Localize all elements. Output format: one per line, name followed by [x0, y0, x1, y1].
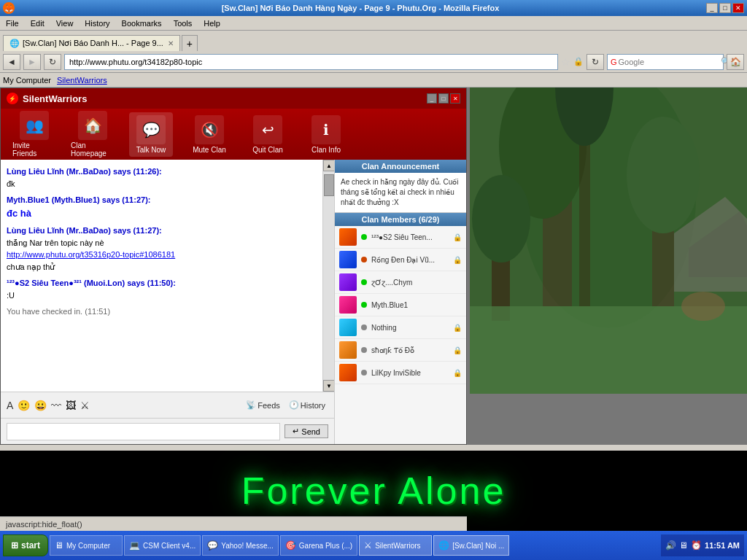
sender-link-3[interactable]: Mr..BaDao — [69, 226, 109, 235]
garena-close-button[interactable]: ✕ — [450, 93, 460, 104]
clan-info-button[interactable]: ℹ Clan Info — [304, 115, 348, 154]
status-indicator — [361, 234, 367, 240]
back-button[interactable]: ◄ — [3, 54, 20, 70]
tab-label: [Sw.Clan] Nơi Báo Danh H... - Page 9... — [23, 39, 163, 48]
garena-title: SilentWarriors — [23, 93, 87, 104]
taskbar-item-csm[interactable]: 💻 CSM Client v4... — [124, 535, 201, 556]
mute-clan-button[interactable]: 🔇 Mute Clan — [187, 115, 231, 154]
chat-sender-3[interactable]: Lùng Liêu Lĩnh (Mr..BaDao) says (11:27): — [7, 226, 162, 235]
silent-warriors-tab[interactable]: SilentWarriors — [57, 76, 107, 85]
chat-input-field[interactable] — [7, 423, 280, 440]
firefox-icon: 🦊 — [3, 2, 15, 14]
member-item[interactable]: LilKpy InviSible 🔒 — [335, 362, 466, 384]
avatar — [339, 319, 357, 336]
menu-view[interactable]: View — [53, 18, 77, 29]
chat-text-4: :U — [7, 291, 15, 300]
taskbar-item-yahoo[interactable]: 💬 Yahoo! Messe... — [202, 535, 279, 556]
nudge-button[interactable]: 〰 — [51, 400, 61, 411]
chat-panel: Lùng Liêu Lĩnh (Mr..BaDao) says (11:26):… — [1, 160, 335, 444]
member-item[interactable]: ѕħɑŋƙ Ƭố Đỗ 🔒 — [335, 339, 466, 362]
menu-edit[interactable]: Edit — [28, 18, 47, 29]
taskbar-item-silent[interactable]: ⚔ SilentWarriors — [359, 535, 432, 556]
forward-button[interactable]: ► — [23, 54, 41, 70]
my-computer-tab[interactable]: My Computer — [3, 76, 51, 85]
browser-tab[interactable]: 🌐 [Sw.Clan] Nơi Báo Danh H... - Page 9..… — [3, 35, 180, 51]
send-button[interactable]: ↵ Send — [285, 424, 328, 438]
chat-scrollbar[interactable]: ▲ ▼ — [322, 160, 334, 392]
chat-message-1: Lùng Liêu Lĩnh (Mr..BaDao) says (11:26):… — [7, 166, 317, 190]
member-item[interactable]: Rồng Đen Đại Vũ... 🔒 — [335, 249, 466, 271]
avatar — [339, 296, 357, 314]
member-name: ¹²³●S2 Siêu Teen... — [371, 233, 449, 241]
sender-link-2[interactable]: Myth.Blue1 — [54, 195, 97, 204]
chat-message-4: ¹²³●S2 Siêu Teen●³²¹ (Muoi.Lon) says (11… — [7, 277, 317, 301]
taskbar-item-garena[interactable]: 🎯 Garena Plus (...) — [280, 535, 357, 556]
clan-info-icon: ℹ — [311, 115, 341, 144]
emoji2-button[interactable]: 😀 — [34, 400, 47, 411]
close-button[interactable]: ✕ — [732, 3, 744, 13]
garena-title-bar: ⚡ SilentWarriors _ □ ✕ — [1, 88, 466, 109]
clan-homepage-button[interactable]: 🏠 Clan Homepage — [71, 111, 115, 158]
emoji-button[interactable]: 🙂 — [18, 400, 30, 411]
search-box: G 🔍 — [607, 54, 724, 70]
tab-close-button[interactable]: ✕ — [168, 39, 174, 47]
clan-members-panel: Clan Members (6/29) ¹²³●S2 Siêu Teen... … — [335, 213, 466, 444]
wink-button[interactable]: ⚔ — [80, 400, 90, 411]
avatar — [339, 251, 357, 268]
home-button[interactable]: 🏠 — [727, 54, 744, 70]
menu-tools[interactable]: Tools — [171, 18, 196, 29]
scrollbar-thumb[interactable] — [324, 174, 334, 196]
history-button[interactable]: 🕐 History — [286, 399, 328, 411]
chat-sender-1[interactable]: Lùng Liêu Lĩnh (Mr..BaDao) says (11:26): — [7, 167, 162, 176]
scroll-down-arrow[interactable]: ▼ — [323, 380, 334, 392]
address-input[interactable]: http://www.phutu.org/t34182p80-topic — [64, 54, 558, 70]
chat-link-1[interactable]: http://www.phutu.org/t35316p20-topic#108… — [7, 250, 175, 259]
reload-button[interactable]: ↻ — [587, 54, 604, 70]
search-input[interactable] — [619, 58, 719, 66]
feeds-button[interactable]: 📡 Feeds — [243, 399, 283, 411]
minimize-button[interactable]: _ — [706, 3, 718, 13]
image-button[interactable]: 🖼 — [66, 400, 76, 411]
invite-friends-icon: 👥 — [20, 111, 49, 140]
status-bar: javascript:hide_float() — [0, 516, 467, 531]
member-item[interactable]: ¹²³●S2 Siêu Teen... 🔒 — [335, 226, 466, 249]
system-tray: 🔊 🖥 ⏰ 11:51 AM — [661, 534, 744, 556]
font-button[interactable]: A — [7, 400, 13, 411]
member-list: ¹²³●S2 Siêu Teen... 🔒 Rồng Đen Đại Vũ...… — [335, 226, 466, 441]
scroll-up-arrow[interactable]: ▲ — [323, 160, 334, 171]
bookmark-star-icon[interactable]: ☆ — [561, 56, 570, 68]
menu-help[interactable]: Help — [201, 18, 223, 29]
taskbar-item-browser[interactable]: 🌐 [Sw.Clan] Noi ... — [433, 535, 509, 556]
garena-minimize-button[interactable]: _ — [427, 93, 437, 104]
chat-sender-2[interactable]: Myth.Blue1 (Myth.Blue1) says (11:27): — [7, 195, 150, 204]
menu-file[interactable]: File — [3, 18, 22, 29]
member-item[interactable]: ɀƠɀ....Chym — [335, 271, 466, 294]
refresh-button[interactable]: ↻ — [44, 54, 61, 70]
new-tab-button[interactable]: + — [182, 35, 198, 51]
chat-sender-4[interactable]: ¹²³●S2 Siêu Teen●³²¹ (Muoi.Lon) says (11… — [7, 279, 176, 287]
menu-bookmarks[interactable]: Bookmarks — [119, 18, 165, 29]
garena-maximize-button[interactable]: □ — [438, 93, 449, 104]
member-item[interactable]: Nothing 🔒 — [335, 316, 466, 339]
status-indicator — [361, 302, 367, 308]
quit-clan-button[interactable]: ↩ Quit Clan — [246, 115, 290, 154]
member-item[interactable]: Myth.Blue1 — [335, 294, 466, 316]
talk-now-button[interactable]: 💬 Talk Now — [129, 112, 173, 157]
chat-text-3b: chưa nạp thử — [7, 262, 55, 271]
system-time: 11:51 AM — [705, 541, 740, 550]
windows-logo-icon: ⊞ — [11, 540, 18, 551]
start-button[interactable]: ⊞ start — [3, 534, 48, 556]
maximize-button[interactable]: □ — [719, 3, 731, 13]
forever-alone-text: Forever Alone — [241, 469, 506, 513]
member-name: Myth.Blue1 — [371, 301, 457, 309]
volume-icon: 🖥 — [679, 540, 688, 551]
chat-toolbar: A 🙂 😀 〰 🖼 ⚔ 📡 Feeds 🕐 — [1, 392, 334, 418]
clan-announcement-text: Ae check in hằng ngày đây đủ. Cuối tháng… — [335, 173, 466, 212]
status-indicator — [361, 324, 367, 330]
talk-now-label: Talk Now — [136, 146, 166, 154]
avatar — [339, 273, 357, 291]
menu-history[interactable]: History — [82, 18, 112, 29]
sender-link-1[interactable]: Mr..BaDao — [69, 167, 109, 176]
taskbar-item-mycomputer[interactable]: 🖥 My Computer — [50, 535, 123, 556]
invite-friends-button[interactable]: 👥 Invite Friends — [12, 111, 56, 158]
